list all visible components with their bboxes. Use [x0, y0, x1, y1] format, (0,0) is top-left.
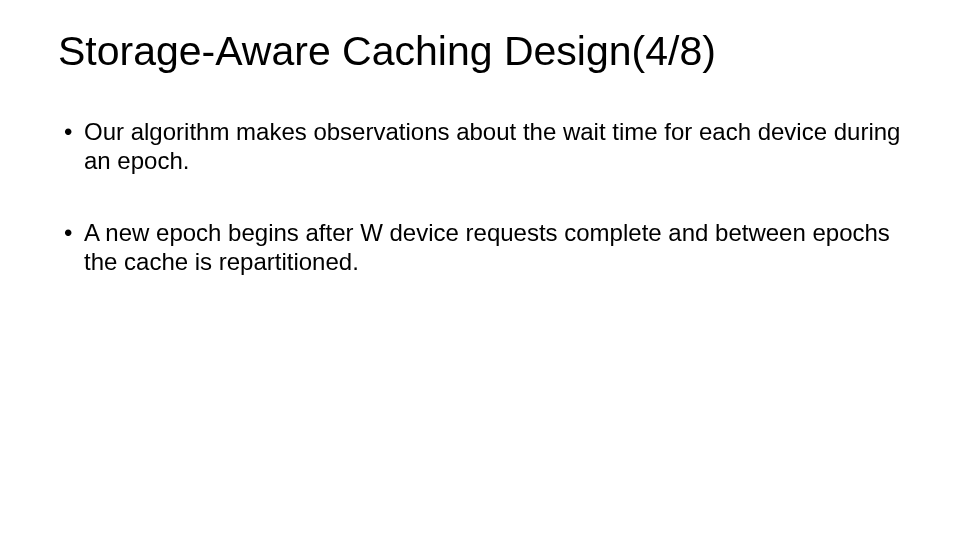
bullet-list: Our algorithm makes observations about t…	[58, 117, 902, 276]
bullet-item: A new epoch begins after W device reques…	[64, 218, 902, 277]
slide-title: Storage-Aware Caching Design(4/8)	[58, 28, 902, 75]
bullet-item: Our algorithm makes observations about t…	[64, 117, 902, 176]
slide: Storage-Aware Caching Design(4/8) Our al…	[0, 0, 960, 540]
